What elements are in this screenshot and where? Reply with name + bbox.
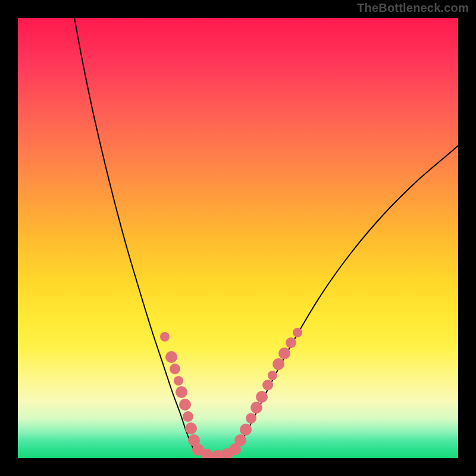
bead-left-5 (179, 399, 191, 411)
bead-left-4 (176, 386, 187, 398)
bead-left-3 (174, 376, 183, 386)
bead-left-2 (170, 364, 180, 374)
bead-right-1 (234, 434, 246, 446)
bead-right-3 (246, 413, 256, 424)
bead-right-11 (293, 328, 302, 337)
bead-right-7 (268, 371, 277, 380)
bead-left-7 (185, 422, 197, 434)
bead-markers (160, 328, 302, 458)
bead-right-4 (250, 402, 262, 414)
outer-frame: TheBottleneck.com (0, 0, 476, 476)
bead-right-6 (262, 380, 273, 390)
bead-left-6 (183, 411, 193, 422)
bead-right-2 (240, 424, 252, 436)
bead-left-1 (165, 351, 177, 363)
bead-right-9 (278, 347, 290, 359)
bead-right-8 (273, 358, 284, 370)
bead-right-10 (286, 337, 296, 348)
bead-left-0 (160, 332, 170, 342)
bottleneck-curve-svg (18, 18, 458, 458)
bead-right-5 (256, 391, 268, 403)
plot-area (18, 18, 458, 458)
watermark-text: TheBottleneck.com (357, 1, 469, 15)
